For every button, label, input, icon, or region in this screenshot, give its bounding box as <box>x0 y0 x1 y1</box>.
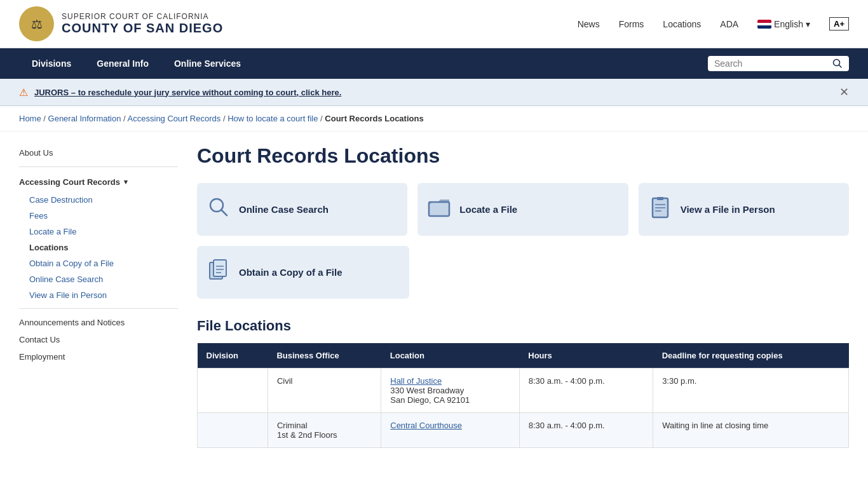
sidebar-item-locations[interactable]: Locations <box>29 240 178 255</box>
language-label: English <box>774 19 803 29</box>
breadcrumb-general-info[interactable]: General Information <box>48 114 121 123</box>
us-flag-icon <box>757 20 771 29</box>
svg-line-3 <box>222 210 227 215</box>
card-grid-row2: Obtain a Copy of a File <box>197 246 849 299</box>
court-seal: ⚖ <box>19 6 54 41</box>
card-obtain-copy[interactable]: Obtain a Copy of a File <box>197 246 409 299</box>
language-selector[interactable]: English ▾ <box>757 19 810 29</box>
svg-line-1 <box>839 65 842 68</box>
table-cell-division <box>198 369 268 413</box>
breadcrumb-current: Court Records Locations <box>325 114 423 123</box>
card-label: Obtain a Copy of a File <box>239 267 342 278</box>
logo-text-top: Superior Court of California <box>62 12 223 21</box>
table-cell-deadline: Waiting in line at closing time <box>653 413 849 448</box>
table-cell-business-office: Civil <box>268 369 381 413</box>
search-box <box>708 56 849 71</box>
table-cell-hours: 8:30 a.m. - 4:00 p.m. <box>519 369 653 413</box>
chevron-down-icon: ▾ <box>124 178 128 186</box>
nav-forms[interactable]: Forms <box>619 19 644 29</box>
sidebar-item-announcements[interactable]: Announcements and Notices <box>19 314 178 331</box>
card-online-case-search[interactable]: Online Case Search <box>197 183 407 236</box>
page-title: Court Records Locations <box>197 144 849 168</box>
nav-news[interactable]: News <box>578 19 600 29</box>
copy-file-icon <box>207 259 230 286</box>
card-locate-a-file[interactable]: Locate a File <box>417 183 628 236</box>
logo-text: Superior Court of California County of S… <box>62 12 223 36</box>
card-grid-row1: Online Case Search Locate a File <box>197 183 849 236</box>
sidebar-sub-items: Case Destruction Fees Locate a File Loca… <box>19 192 178 303</box>
folder-icon <box>428 196 451 223</box>
breadcrumb-separator: / <box>43 114 48 123</box>
alert-banner: ⚠ JURORS – to reschedule your jury servi… <box>0 79 868 106</box>
sidebar-item-locate-a-file[interactable]: Locate a File <box>29 224 178 240</box>
sidebar-section-label: Accessing Court Records <box>19 177 120 187</box>
breadcrumb-home[interactable]: Home <box>19 114 41 123</box>
card-label: Locate a File <box>459 204 517 215</box>
table-cell-business-office: Criminal1st & 2nd Floors <box>268 413 381 448</box>
table-cell-location: Hall of Justice 330 West Broadway San Di… <box>381 369 520 413</box>
breadcrumb-how-to-locate[interactable]: How to locate a court file <box>227 114 318 123</box>
main-content: About Us Accessing Court Records ▾ Case … <box>0 132 868 461</box>
card-label: Online Case Search <box>239 204 329 215</box>
nav-locations[interactable]: Locations <box>663 19 701 29</box>
svg-rect-11 <box>214 260 226 276</box>
sidebar-item-about-us[interactable]: About Us <box>19 144 178 161</box>
sidebar-item-online-case-search[interactable]: Online Case Search <box>29 271 178 287</box>
table-header-deadline: Deadline for requesting copies <box>653 343 849 369</box>
breadcrumb: Home / General Information / Accessing C… <box>0 106 868 132</box>
page-content: Court Records Locations Online Case Sear… <box>197 144 849 448</box>
sidebar-item-contact-us[interactable]: Contact Us <box>19 331 178 348</box>
main-nav: Divisions General Info Online Services <box>0 48 868 79</box>
table-header-location: Location <box>381 343 520 369</box>
sidebar-item-employment[interactable]: Employment <box>19 348 178 365</box>
sidebar-item-case-destruction[interactable]: Case Destruction <box>29 192 178 208</box>
nav-general-info[interactable]: General Info <box>84 48 161 79</box>
top-nav: News Forms Locations ADA English ▾ A+ <box>578 17 849 30</box>
chevron-down-icon: ▾ <box>806 19 810 29</box>
svg-rect-6 <box>657 197 663 200</box>
svg-rect-4 <box>429 202 449 216</box>
logo-text-bottom: County of San Diego <box>62 21 223 36</box>
sidebar-divider-2 <box>19 308 178 309</box>
nav-ada[interactable]: ADA <box>720 19 738 29</box>
location-link-hall-of-justice[interactable]: Hall of Justice <box>390 376 442 386</box>
sidebar-item-view-file-in-person[interactable]: View a File in Person <box>29 287 178 303</box>
font-size-button[interactable]: A+ <box>829 17 849 30</box>
table-row: Criminal1st & 2nd Floors Central Courtho… <box>198 413 849 448</box>
table-cell-location: Central Courthouse <box>381 413 520 448</box>
sidebar-item-obtain-copy[interactable]: Obtain a Copy of a File <box>29 255 178 271</box>
sidebar: About Us Accessing Court Records ▾ Case … <box>19 144 178 448</box>
close-icon[interactable]: ✕ <box>839 85 849 99</box>
sidebar-divider <box>19 166 178 167</box>
sidebar-item-fees[interactable]: Fees <box>29 208 178 224</box>
sidebar-section-accessing-court-records[interactable]: Accessing Court Records ▾ <box>19 172 178 192</box>
table-cell-division <box>198 413 268 448</box>
table-cell-hours: 8:30 a.m. - 4:00 p.m. <box>519 413 653 448</box>
section-title-file-locations: File Locations <box>197 318 849 334</box>
alert-link[interactable]: JURORS – to reschedule your jury service… <box>34 88 341 97</box>
alert-icon: ⚠ <box>19 86 28 98</box>
locations-table: Division Business Office Location Hours … <box>197 343 849 448</box>
card-label: View a File in Person <box>681 204 775 215</box>
table-cell-deadline: 3:30 p.m. <box>653 369 849 413</box>
location-link-central-courthouse[interactable]: Central Courthouse <box>390 421 462 430</box>
svg-point-2 <box>210 199 223 212</box>
logo-area: ⚖ Superior Court of California County of… <box>19 6 223 41</box>
table-header-division: Division <box>198 343 268 369</box>
clipboard-icon <box>649 196 672 223</box>
table-header-hours: Hours <box>519 343 653 369</box>
nav-online-services[interactable]: Online Services <box>161 48 254 79</box>
card-view-file-in-person[interactable]: View a File in Person <box>639 183 849 236</box>
table-row: Civil Hall of Justice 330 West Broadway … <box>198 369 849 413</box>
table-header-business-office: Business Office <box>268 343 381 369</box>
breadcrumb-accessing-court-records[interactable]: Accessing Court Records <box>128 114 221 123</box>
search-icon[interactable] <box>832 58 843 69</box>
search-input[interactable] <box>714 58 829 69</box>
nav-divisions[interactable]: Divisions <box>19 48 84 79</box>
top-header: ⚖ Superior Court of California County of… <box>0 0 868 48</box>
search-icon <box>207 196 230 223</box>
